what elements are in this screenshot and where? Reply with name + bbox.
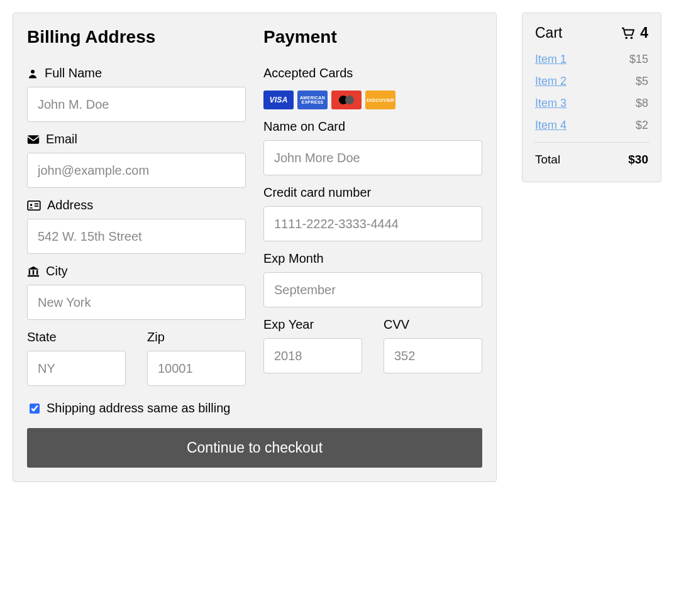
email-label-text: Email — [46, 132, 77, 146]
continue-checkout-button[interactable]: Continue to checkout — [27, 428, 482, 468]
institution-icon — [27, 266, 40, 277]
cvv-label: CVV — [384, 317, 482, 332]
svg-point-3 — [30, 204, 33, 206]
cardname-label-text: Name on Card — [263, 119, 345, 134]
cart-item-link[interactable]: Item 1 — [535, 53, 566, 66]
fullname-input[interactable] — [27, 87, 246, 122]
zip-label: Zip — [147, 330, 246, 344]
payment-column: Payment Accepted Cards VISA AMERICAN EXP… — [263, 27, 482, 386]
svg-rect-9 — [36, 270, 38, 274]
discover-icon: DISCOVER — [365, 91, 395, 109]
svg-point-0 — [31, 70, 35, 74]
fullname-label-text: Full Name — [45, 66, 102, 80]
cart-total-amount: $30 — [628, 153, 648, 167]
address-label: Address — [27, 198, 246, 212]
cart-item-price: $8 — [636, 97, 648, 110]
email-input[interactable] — [27, 153, 246, 188]
cvv-label-text: CVV — [384, 317, 409, 332]
expyear-label: Exp Year — [263, 317, 362, 332]
cart-icon — [621, 27, 635, 40]
payment-title: Payment — [263, 27, 482, 47]
same-address-checkbox[interactable] — [30, 404, 40, 414]
accepted-cards-label: Accepted Cards — [263, 66, 482, 80]
checkout-form-panel: Billing Address Full Name Email — [13, 13, 497, 482]
zip-input[interactable] — [147, 351, 246, 386]
address-label-text: Address — [47, 198, 93, 212]
mastercard-icon — [331, 91, 362, 109]
cart-item-link[interactable]: Item 2 — [535, 75, 566, 88]
svg-marker-6 — [28, 266, 39, 269]
cart-title: Cart — [535, 25, 562, 41]
cvv-input[interactable] — [384, 338, 482, 373]
cart-count: 4 — [640, 25, 648, 41]
ccnum-input[interactable] — [263, 206, 482, 241]
cardname-label: Name on Card — [263, 119, 482, 134]
address-input[interactable] — [27, 219, 246, 254]
cart-divider — [534, 142, 649, 143]
state-input[interactable] — [27, 351, 126, 386]
ccnum-label-text: Credit card number — [263, 185, 371, 200]
cardname-input[interactable] — [263, 140, 482, 175]
amex-icon: AMERICAN EXPRESS — [297, 91, 328, 109]
cart-item: Item 2$5 — [535, 75, 648, 88]
visa-icon: VISA — [263, 91, 294, 109]
same-address-label: Shipping address same as billing — [47, 401, 230, 415]
cart-item-price: $15 — [629, 53, 648, 66]
expyear-input[interactable] — [263, 338, 362, 373]
svg-rect-8 — [33, 270, 34, 274]
cart-item: Item 1$15 — [535, 53, 648, 66]
ccnum-label: Credit card number — [263, 185, 482, 200]
billing-column: Billing Address Full Name Email — [27, 27, 246, 386]
expmonth-input[interactable] — [263, 272, 482, 307]
cart-item-price: $5 — [636, 75, 648, 88]
state-label-text: State — [27, 330, 57, 344]
user-icon — [27, 68, 38, 79]
cart-item: Item 3$8 — [535, 97, 648, 110]
svg-rect-10 — [28, 275, 39, 276]
address-card-icon — [27, 201, 41, 211]
fullname-label: Full Name — [27, 66, 246, 80]
expmonth-label-text: Exp Month — [263, 251, 324, 266]
city-input[interactable] — [27, 285, 246, 320]
envelope-icon — [27, 135, 40, 145]
city-label: City — [27, 264, 246, 278]
cart-item-price: $2 — [636, 119, 648, 132]
state-label: State — [27, 330, 126, 344]
cart-item-link[interactable]: Item 4 — [535, 119, 566, 132]
email-label: Email — [27, 132, 246, 146]
billing-title: Billing Address — [27, 27, 246, 47]
svg-rect-7 — [29, 270, 30, 274]
zip-label-text: Zip — [147, 330, 165, 344]
cart-panel: Cart 4 Item 1$15Item 2$5Item 3$8Item 4$2… — [522, 13, 661, 182]
cart-item-link[interactable]: Item 3 — [535, 97, 566, 110]
cart-items-list: Item 1$15Item 2$5Item 3$8Item 4$2 — [535, 53, 648, 132]
svg-rect-1 — [28, 135, 39, 143]
cart-total-label: Total — [535, 153, 560, 167]
same-address-row[interactable]: Shipping address same as billing — [27, 401, 482, 415]
svg-point-11 — [626, 36, 628, 39]
card-brands: VISA AMERICAN EXPRESS DISCOVER — [263, 91, 482, 109]
cart-item: Item 4$2 — [535, 119, 648, 132]
city-label-text: City — [46, 264, 67, 278]
svg-point-12 — [631, 36, 633, 39]
expyear-label-text: Exp Year — [263, 317, 314, 332]
expmonth-label: Exp Month — [263, 251, 482, 266]
